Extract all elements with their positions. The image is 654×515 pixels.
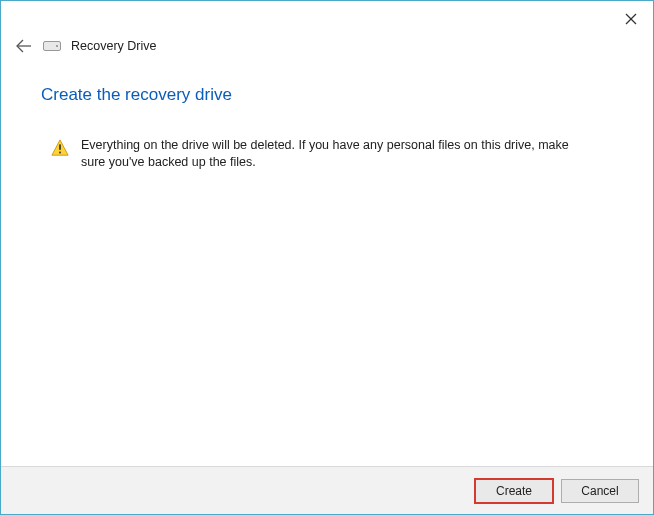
warning-row: Everything on the drive will be deleted.…	[41, 137, 613, 171]
dialog-window: Recovery Drive Create the recovery drive…	[0, 0, 654, 515]
cancel-button[interactable]: Cancel	[561, 479, 639, 503]
content-area: Create the recovery drive Everything on …	[1, 59, 653, 466]
window-title: Recovery Drive	[71, 39, 156, 53]
warning-text: Everything on the drive will be deleted.…	[81, 137, 581, 171]
drive-icon	[43, 40, 61, 52]
svg-point-4	[56, 45, 58, 47]
back-button[interactable]	[15, 37, 33, 55]
svg-rect-7	[59, 152, 61, 154]
create-button[interactable]: Create	[475, 479, 553, 503]
page-heading: Create the recovery drive	[41, 85, 613, 105]
titlebar	[1, 1, 653, 31]
header: Recovery Drive	[1, 31, 653, 59]
warning-icon	[51, 139, 69, 161]
footer: Create Cancel	[1, 466, 653, 514]
close-button[interactable]	[619, 7, 643, 31]
svg-rect-6	[59, 144, 61, 149]
